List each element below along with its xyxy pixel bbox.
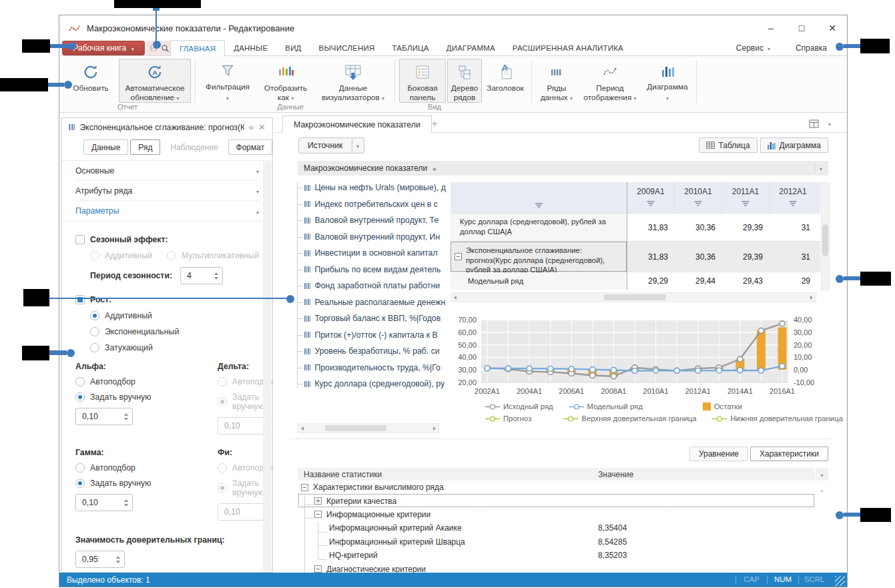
display-period-button[interactable]: Период отображения xyxy=(579,59,641,103)
stats-row[interactable]: Информационный критерий Шварца8,54285 xyxy=(298,535,815,549)
gamma-manual-radio[interactable] xyxy=(75,479,85,488)
row-name-cell[interactable]: Модельный ряд xyxy=(451,272,627,290)
stats-row-focused[interactable]: Критерии качества xyxy=(298,494,815,507)
section-parametry[interactable]: Параметры xyxy=(75,201,259,221)
scrollbar-thumb[interactable] xyxy=(604,294,666,300)
panel-scrollbar[interactable] xyxy=(263,162,272,571)
filter-funnel-icon[interactable] xyxy=(695,201,702,206)
tree-item[interactable]: Реальные располагаемые денежн xyxy=(296,294,449,311)
tree-item[interactable]: Цены на нефть Urals (мировые), д xyxy=(296,180,449,196)
service-menu[interactable]: Сервис xyxy=(736,43,770,53)
maximize-button[interactable]: □ xyxy=(796,23,807,33)
cell[interactable]: 29 xyxy=(769,272,816,290)
table-horizontal-scrollbar[interactable] xyxy=(451,292,816,302)
help-menu[interactable]: Справка xyxy=(796,43,827,53)
collapse-icon[interactable] xyxy=(455,253,462,260)
chevron-down-icon[interactable] xyxy=(828,119,831,128)
gamma-auto-radio[interactable] xyxy=(75,463,85,473)
characteristics-button[interactable]: Характеристики xyxy=(750,447,828,461)
table-row[interactable]: Курс доллара (среднегодовой), рублей за … xyxy=(451,213,820,241)
scroll-left-icon[interactable] xyxy=(454,296,457,300)
row-name-cell[interactable]: Экспоненциальное сглаживание: прогноз(Ку… xyxy=(451,242,627,272)
table-header-col[interactable]: 2010A1 xyxy=(674,182,721,213)
cell[interactable]: 30,36 xyxy=(674,214,721,241)
section-atributy[interactable]: Атрибуты ряда xyxy=(75,181,259,201)
scroll-right-icon[interactable] xyxy=(433,426,436,430)
section-osnovnye[interactable]: Основные xyxy=(75,161,259,181)
cell[interactable]: 30,36 xyxy=(674,242,721,272)
panel-tab-dannye[interactable]: Данные xyxy=(83,139,128,155)
close-button[interactable]: ✕ xyxy=(827,23,838,33)
data-series-button[interactable]: Ряды данных xyxy=(536,59,577,103)
side-panel-button[interactable]: Боковая панель xyxy=(399,59,446,103)
cell[interactable]: 31,83 xyxy=(627,242,674,272)
cell[interactable]: 29,29 xyxy=(627,272,674,290)
resize-grip[interactable] xyxy=(835,576,845,586)
scrollbar-thumb[interactable] xyxy=(325,425,386,431)
panel-tab-format[interactable]: Формат xyxy=(228,139,273,155)
equation-button[interactable]: Уравнение xyxy=(689,447,748,461)
gamma-stepper[interactable]: 0,10 xyxy=(75,494,133,511)
stepper-arrows-icon[interactable] xyxy=(124,413,128,420)
tree-item[interactable]: Прибыль по всем видам деятель xyxy=(296,262,449,278)
table-header-col[interactable]: 2011A1 xyxy=(721,182,769,213)
cell[interactable]: 29,39 xyxy=(721,242,769,272)
cell[interactable]: 29,39 xyxy=(721,214,769,241)
tree-item[interactable]: Курс доллара (среднегодовой), ру xyxy=(296,376,449,392)
series-tree-button[interactable]: Дерево рядов xyxy=(447,59,482,103)
visualizer-data-button[interactable]: Данные визуализаторов xyxy=(316,59,390,103)
source-button[interactable]: Источник xyxy=(298,137,352,154)
growth-checkbox[interactable] xyxy=(75,295,85,304)
table-view-button[interactable]: Таблица xyxy=(699,137,758,153)
stepper-arrows-icon[interactable] xyxy=(116,556,120,563)
stats-row[interactable]: HQ-критерий8,35203 xyxy=(298,549,815,562)
collapse-panel-icon[interactable]: « xyxy=(249,122,254,132)
view-layout-icon[interactable] xyxy=(809,119,819,128)
table-row-selected[interactable]: Экспоненциальное сглаживание: прогноз(Ку… xyxy=(451,241,820,272)
tree-item[interactable]: Валовой внутренний продукт, Ин xyxy=(296,229,449,246)
filter-funnel-icon[interactable] xyxy=(790,201,797,206)
tab-tablitsa[interactable]: ТАБЛИЦА xyxy=(383,40,437,55)
chart-view-button[interactable]: Диаграмма xyxy=(760,137,828,153)
filter-funnel-icon[interactable] xyxy=(647,201,655,206)
stats-row[interactable]: Информационный критерий Акаике8,35404 xyxy=(298,521,815,535)
table-header-col[interactable]: 2012A1 xyxy=(769,182,816,213)
cell[interactable]: 31,83 xyxy=(627,214,674,241)
filter-funnel-icon[interactable] xyxy=(742,201,750,206)
growth-exponential-radio[interactable] xyxy=(90,327,99,336)
growth-damped-radio[interactable] xyxy=(90,343,99,352)
alpha-auto-radio[interactable] xyxy=(75,377,85,386)
scroll-left-icon[interactable] xyxy=(301,426,304,430)
tree-item[interactable]: Валовой внутренний продукт, Те xyxy=(296,212,449,229)
tab-diagramma[interactable]: ДИАГРАММА xyxy=(438,40,504,55)
tab-dannye[interactable]: ДАННЫЕ xyxy=(225,40,276,55)
table-vertical-scrollbar[interactable] xyxy=(821,182,830,290)
tab-vychisleniya[interactable]: ВЫЧИСЛЕНИЯ xyxy=(310,40,384,55)
tree-item[interactable]: Торговый баланс к ВВП, %|Годов xyxy=(296,310,449,327)
preview-icon[interactable] xyxy=(161,44,170,53)
filter-funnel-icon[interactable] xyxy=(535,203,543,208)
tree-item[interactable]: Индекс потребительских цен в с xyxy=(296,196,449,213)
refresh-button[interactable]: Обновить xyxy=(64,59,117,103)
tree-item[interactable]: Уровень безработицы, % раб. си xyxy=(296,343,449,360)
auto-refresh-button[interactable]: A Автоматическое обновление xyxy=(119,59,191,103)
table-header-col[interactable]: 2009A1 xyxy=(627,182,674,213)
stats-row[interactable]: Характеристики вычислимого ряда xyxy=(298,481,815,494)
seasonal-checkbox[interactable] xyxy=(75,235,85,244)
tab-analitika[interactable]: РАСШИРЕННАЯ АНАЛИТИКА xyxy=(504,40,632,55)
display-as-button[interactable]: Отобразить как xyxy=(257,59,314,103)
collapse-icon[interactable] xyxy=(314,565,322,573)
alpha-stepper[interactable]: 0,10 xyxy=(75,408,133,425)
tree-item[interactable]: Производительность труда, %|Го xyxy=(296,360,449,376)
scrollbar-thumb[interactable] xyxy=(822,224,828,256)
table-row[interactable]: Модельный ряд 29,29 29,44 29,43 29 xyxy=(451,272,820,290)
collapse-icon[interactable] xyxy=(301,484,308,491)
alpha-manual-radio[interactable] xyxy=(75,392,85,402)
tab-glavnaya[interactable]: ГЛАВНАЯ xyxy=(170,40,225,56)
tab-vid[interactable]: ВИД xyxy=(276,40,310,55)
growth-additive-radio[interactable] xyxy=(90,311,99,320)
tree-item[interactable]: Приток (+)/отток (-) капитала к В xyxy=(296,327,449,344)
tree-horizontal-scrollbar[interactable] xyxy=(298,423,439,433)
stats-scroll-up[interactable] xyxy=(816,484,828,494)
breadcrumb[interactable]: Макроэкономические показатели ▸ xyxy=(298,161,828,176)
